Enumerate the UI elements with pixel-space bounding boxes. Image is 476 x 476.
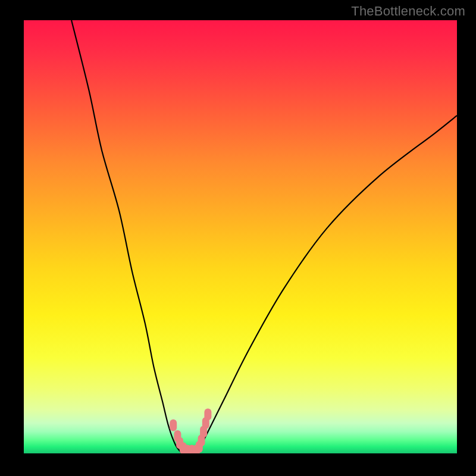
watermark-label: TheBottleneck.com xyxy=(351,4,465,19)
highlight-marker xyxy=(170,419,177,431)
bottleneck-curve-left xyxy=(71,20,182,453)
chart-frame: TheBottleneck.com xyxy=(0,0,476,476)
plot-area xyxy=(24,20,457,453)
bottleneck-curve-right xyxy=(197,115,457,453)
highlight-marker xyxy=(204,409,211,421)
curve-layer xyxy=(24,20,457,453)
